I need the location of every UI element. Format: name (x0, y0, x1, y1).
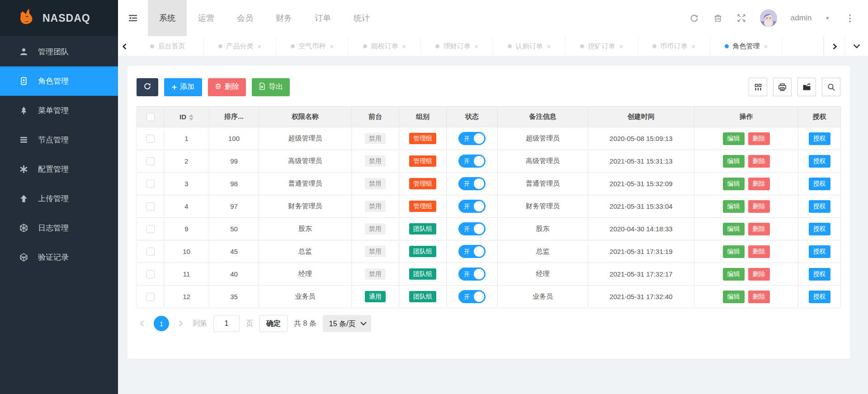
topnav-item-system[interactable]: 系统 (148, 0, 187, 36)
edit-button[interactable]: 编辑 (723, 200, 745, 213)
delete-row-button[interactable]: 删除 (748, 291, 770, 303)
row-checkbox[interactable] (146, 225, 155, 233)
topnav-item-statistics[interactable]: 统计 (342, 0, 381, 36)
delete-row-button[interactable]: 删除 (748, 200, 770, 213)
sidebar-item-role-management[interactable]: 角色管理 (0, 66, 118, 96)
status-toggle[interactable]: 开 (458, 200, 486, 213)
next-page-icon[interactable] (175, 320, 186, 327)
status-toggle[interactable]: 开 (458, 290, 486, 303)
fullscreen-icon[interactable] (736, 13, 746, 23)
delete-row-button[interactable]: 删除 (748, 268, 770, 281)
more-menu-icon[interactable]: ⋮ (844, 13, 856, 23)
authorize-button[interactable]: 授权 (809, 178, 830, 190)
authorize-button[interactable]: 授权 (809, 268, 830, 281)
authorize-button[interactable]: 授权 (809, 223, 830, 235)
topnav-item-operations[interactable]: 运营 (187, 0, 226, 36)
delete-row-button[interactable]: 删除 (748, 132, 770, 145)
sidebar-item-upload-management[interactable]: 上传管理 (0, 184, 118, 213)
topnav-item-finance[interactable]: 财务 (264, 0, 303, 36)
confirm-page-button[interactable]: 确定 (259, 315, 288, 332)
topnav-item-orders[interactable]: 订单 (303, 0, 342, 36)
pagination: 1 到第 页 确定 共 8 条 15 条/页 (137, 315, 840, 332)
delete-button[interactable]: 删除 (208, 78, 246, 96)
tab-wealth-orders[interactable]: 理财订单 × (421, 36, 493, 56)
tab-close-icon[interactable]: × (330, 43, 334, 50)
edit-button[interactable]: 编辑 (723, 178, 745, 190)
username[interactable]: admin (791, 14, 811, 23)
delete-row-button[interactable]: 删除 (748, 178, 770, 190)
page-size-select[interactable]: 15 条/页 (323, 315, 371, 332)
avatar[interactable] (760, 9, 777, 27)
cell-name: 经理 (259, 263, 352, 286)
sidebar-item-verify-records[interactable]: 验证记录 (0, 243, 118, 272)
status-toggle[interactable]: 开 (458, 267, 486, 281)
goto-page-input[interactable] (213, 315, 240, 332)
sidebar-item-config-management[interactable]: 配置管理 (0, 155, 118, 184)
tab-close-icon[interactable]: × (692, 43, 696, 50)
tab-close-icon[interactable]: × (764, 43, 768, 50)
tab-close-icon[interactable]: × (475, 43, 479, 50)
status-toggle[interactable]: 开 (458, 245, 486, 258)
tab-role-management[interactable]: 角色管理 × (710, 36, 783, 56)
edit-button[interactable]: 编辑 (723, 245, 745, 258)
authorize-button[interactable]: 授权 (809, 155, 830, 168)
prev-page-icon[interactable] (137, 320, 147, 327)
sidebar-item-admin-team[interactable]: 管理团队 (0, 37, 118, 66)
row-checkbox[interactable] (146, 293, 155, 301)
sidebar-item-log-management[interactable]: 日志管理 (0, 213, 118, 243)
edit-button[interactable]: 编辑 (723, 223, 745, 235)
row-checkbox[interactable] (146, 180, 155, 188)
page-number[interactable]: 1 (154, 316, 169, 331)
tab-subscribe-orders[interactable]: 认购订单 × (493, 36, 566, 56)
tabs-scroll-left-icon[interactable] (118, 36, 132, 56)
edit-button[interactable]: 编辑 (723, 132, 745, 145)
tab-mining-orders[interactable]: 挖矿订单 × (566, 36, 638, 56)
search-icon[interactable] (822, 78, 840, 96)
edit-button[interactable]: 编辑 (723, 291, 745, 303)
trash-icon[interactable] (713, 13, 723, 23)
status-toggle[interactable]: 开 (458, 155, 486, 168)
tab-close-icon[interactable]: × (258, 43, 262, 50)
delete-row-button[interactable]: 删除 (748, 155, 770, 168)
refresh-icon[interactable] (689, 13, 699, 23)
tab-close-icon[interactable]: × (547, 43, 551, 50)
menu-fold-icon[interactable] (118, 0, 148, 36)
sidebar-item-menu-management[interactable]: 菜单管理 (0, 96, 118, 125)
refresh-button[interactable] (137, 78, 158, 96)
printer-icon[interactable] (773, 78, 792, 96)
caret-down-icon[interactable]: ▼ (825, 15, 830, 21)
tab-close-icon[interactable]: × (402, 43, 406, 50)
edit-button[interactable]: 编辑 (723, 268, 745, 281)
header-id[interactable]: ID (164, 107, 209, 127)
status-toggle[interactable]: 开 (458, 222, 486, 235)
folder-export-icon[interactable] (797, 78, 816, 96)
select-all-checkbox[interactable] (146, 113, 155, 121)
tabs-scroll-right-icon[interactable] (824, 36, 844, 56)
add-button[interactable]: + 添加 (164, 78, 202, 96)
tab-coin-orders[interactable]: 币币订单 × (638, 36, 710, 56)
tab-product-category[interactable]: 产品分类 × (204, 36, 276, 56)
status-toggle[interactable]: 开 (458, 132, 486, 145)
authorize-button[interactable]: 授权 (809, 291, 830, 303)
row-checkbox[interactable] (146, 270, 155, 278)
edit-button[interactable]: 编辑 (723, 155, 745, 168)
tab-air-coins[interactable]: 空气币种 × (276, 36, 349, 56)
tab-home[interactable]: 后台首页 (132, 36, 204, 56)
tabs-menu-icon[interactable] (844, 36, 868, 56)
sidebar-item-node-management[interactable]: 节点管理 (0, 125, 118, 155)
delete-row-button[interactable]: 删除 (748, 223, 770, 235)
delete-row-button[interactable]: 删除 (748, 245, 770, 258)
export-button[interactable]: 导出 (252, 78, 290, 96)
row-checkbox[interactable] (146, 248, 155, 256)
status-toggle[interactable]: 开 (458, 177, 486, 190)
columns-icon[interactable] (749, 78, 767, 96)
tab-close-icon[interactable]: × (619, 43, 623, 50)
row-checkbox[interactable] (146, 135, 155, 143)
tab-option-orders[interactable]: 期权订单 × (349, 36, 421, 56)
topnav-item-members[interactable]: 会员 (226, 0, 264, 36)
authorize-button[interactable]: 授权 (809, 132, 830, 145)
row-checkbox[interactable] (146, 202, 155, 211)
row-checkbox[interactable] (146, 157, 155, 165)
authorize-button[interactable]: 授权 (809, 245, 830, 258)
authorize-button[interactable]: 授权 (809, 200, 830, 213)
